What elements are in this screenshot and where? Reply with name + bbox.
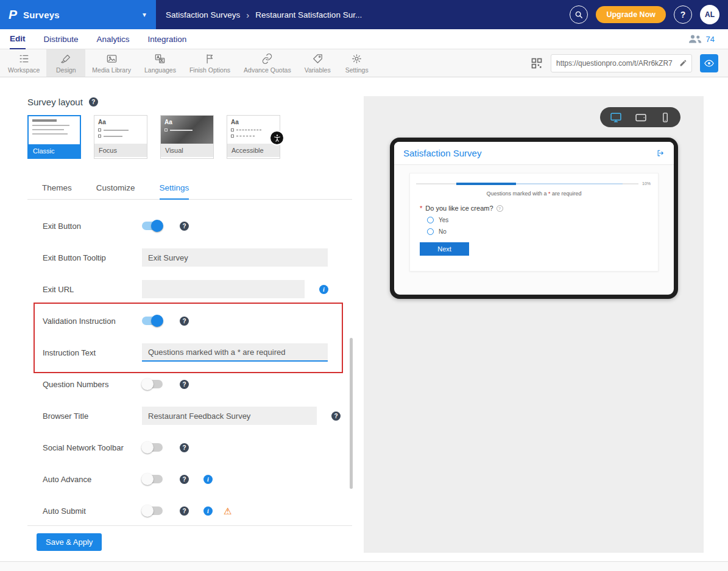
visual-thumbnail: Aa: [161, 116, 213, 144]
layout-label: Classic: [29, 144, 80, 158]
toolbar-item-finish-options[interactable]: Finish Options: [183, 49, 237, 77]
main-nav: Edit Distribute Analytics Integration 74: [0, 29, 728, 49]
survey-layout-help-icon[interactable]: ?: [89, 97, 98, 107]
row-auto-advance: Auto Advance ? i: [27, 463, 352, 495]
instruction-text-input[interactable]: [142, 343, 328, 362]
auto-submit-toggle[interactable]: [142, 506, 163, 515]
tab-distribute[interactable]: Distribute: [44, 29, 79, 49]
question-numbers-help-icon[interactable]: ?: [180, 380, 189, 389]
field-label: Browser Title: [43, 412, 142, 421]
exit-button-help-icon[interactable]: ?: [180, 222, 189, 231]
row-question-numbers: Question Numbers ?: [27, 368, 352, 400]
radio-option-no[interactable]: No: [427, 228, 658, 235]
preview-survey-title: Satisfaction Survey: [403, 148, 481, 158]
survey-url-input[interactable]: [551, 59, 679, 68]
scrollbar-thumb[interactable]: [350, 338, 353, 489]
product-switcher[interactable]: P Surveys ▾: [0, 0, 156, 29]
layout-label: Visual: [161, 144, 213, 157]
field-label: Exit Button: [43, 222, 142, 231]
auto-submit-help-icon[interactable]: ?: [180, 506, 189, 516]
validation-instruction-help-icon[interactable]: ?: [180, 317, 189, 326]
toolbar-item-variables[interactable]: Variables: [298, 49, 337, 77]
radio-option-yes[interactable]: Yes: [427, 217, 658, 223]
breadcrumb: Satisfaction Surveys › Restaurant Satisf…: [166, 10, 362, 20]
exit-preview-button[interactable]: [657, 149, 665, 157]
toolbar-label: Workspace: [8, 66, 40, 74]
exit-button-tooltip-input[interactable]: [142, 248, 328, 267]
avatar[interactable]: AL: [700, 5, 719, 24]
collaborators[interactable]: 74: [688, 34, 718, 44]
help-button[interactable]: ?: [674, 5, 692, 24]
preview-button[interactable]: [700, 54, 718, 72]
upgrade-button[interactable]: Upgrade Now: [596, 6, 666, 23]
save-apply-button[interactable]: Save & Apply: [37, 533, 102, 551]
question-mark-icon: ?: [680, 10, 686, 19]
required-star: *: [420, 205, 422, 212]
browser-title-input[interactable]: [142, 407, 317, 425]
workspace-icon: [18, 53, 30, 65]
desktop-preview-button[interactable]: [609, 110, 623, 125]
layout-card-accessible[interactable]: Aa Accessible: [227, 115, 280, 159]
radio-label: Yes: [439, 217, 448, 223]
browser-title-help-icon[interactable]: ?: [331, 412, 341, 421]
tab-settings[interactable]: Settings: [160, 183, 189, 200]
accessibility-icon: [273, 134, 281, 142]
layout-card-classic[interactable]: Classic: [27, 115, 81, 159]
auto-submit-info-icon[interactable]: i: [203, 506, 213, 516]
tablet-preview-button[interactable]: [634, 110, 648, 125]
breadcrumb-survey[interactable]: Restaurant Satisfaction Sur...: [255, 10, 362, 19]
layout-card-focus[interactable]: Aa Focus: [94, 115, 147, 159]
validation-instruction-toggle[interactable]: [142, 317, 163, 325]
phone-preview-button[interactable]: [659, 111, 672, 124]
toolbar-item-languages[interactable]: Languages: [138, 49, 183, 77]
thumb-text: Aa: [164, 119, 210, 125]
breadcrumb-folder[interactable]: Satisfaction Surveys: [166, 10, 240, 19]
social-network-toolbar-toggle[interactable]: [142, 443, 163, 452]
chevron-down-icon[interactable]: ▾: [143, 10, 146, 19]
question-numbers-toggle[interactable]: [142, 380, 163, 388]
social-network-toolbar-help-icon[interactable]: ?: [180, 443, 189, 452]
qr-code-icon[interactable]: [531, 57, 543, 69]
edit-url-pencil-icon[interactable]: [679, 59, 687, 67]
radio-icon: [427, 228, 434, 235]
row-exit-button: Exit Button ?: [27, 210, 352, 242]
search-button[interactable]: [570, 5, 588, 24]
toolbar-item-advance-quotas[interactable]: Advance Quotas: [237, 49, 298, 77]
toolbar-item-workspace[interactable]: Workspace: [1, 49, 46, 77]
toolbar-item-design[interactable]: Design: [46, 49, 85, 77]
variables-icon: [312, 53, 323, 65]
accessibility-badge: [269, 130, 284, 145]
toolbar-label: Finish Options: [189, 66, 230, 74]
tab-themes[interactable]: Themes: [42, 183, 72, 199]
progress-label: 10%: [642, 181, 651, 186]
progress-row: 10%: [410, 173, 658, 186]
toolbar-right: [531, 49, 728, 77]
tab-analytics[interactable]: Analytics: [97, 29, 130, 49]
tab-integration[interactable]: Integration: [148, 29, 187, 49]
toolbar-item-media-library[interactable]: Media Library: [85, 49, 138, 77]
auto-advance-toggle[interactable]: [142, 475, 163, 483]
auto-advance-help-icon[interactable]: ?: [180, 475, 189, 484]
preview-question-card: 10% Questions marked with a * are requir…: [409, 173, 659, 271]
toolbar-label: Design: [56, 66, 76, 74]
next-button[interactable]: Next: [420, 242, 469, 256]
settings-form: Exit Button ? Exit Button Tooltip Exit U…: [27, 210, 352, 527]
toolbar-item-settings[interactable]: Settings: [337, 49, 376, 77]
instruction-post: are required: [551, 191, 582, 197]
auto-advance-info-icon[interactable]: i: [203, 475, 213, 484]
exit-url-input[interactable]: [142, 280, 305, 298]
field-label: Instruction Text: [43, 348, 142, 357]
tab-customize[interactable]: Customize: [96, 183, 135, 199]
tab-edit[interactable]: Edit: [10, 29, 26, 49]
toolbar-label: Advance Quotas: [244, 66, 291, 74]
layout-card-visual[interactable]: Aa Visual: [160, 115, 214, 159]
advance-quotas-icon: [261, 53, 273, 65]
exit-button-toggle[interactable]: [142, 222, 163, 230]
users-icon: [688, 34, 702, 44]
questionpro-logo-icon: P: [9, 7, 17, 22]
question-help-icon[interactable]: ?: [497, 205, 503, 212]
exit-url-info-icon[interactable]: i: [319, 285, 328, 294]
question-text: Do you like ice cream?: [425, 205, 493, 212]
toolbar-label: Variables: [305, 66, 331, 74]
survey-url-box: [551, 54, 692, 72]
